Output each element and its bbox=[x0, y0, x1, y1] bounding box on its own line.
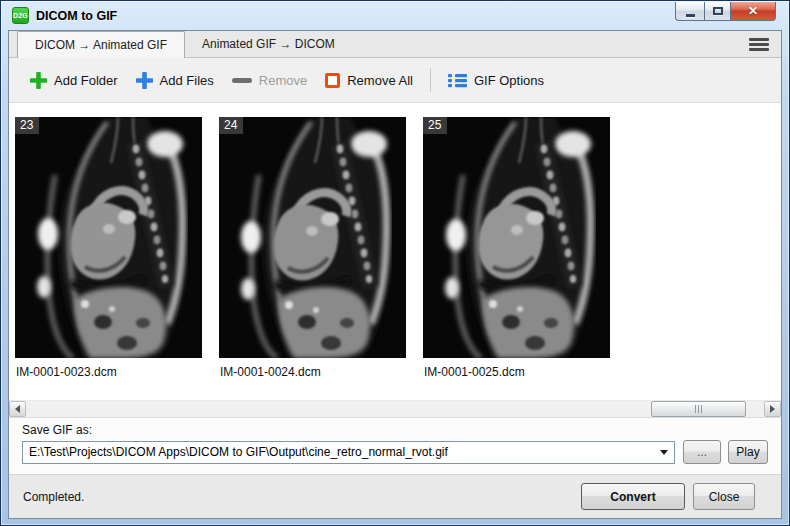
save-section: Save GIF as: ... Play bbox=[9, 417, 781, 474]
titlebar: D2G DICOM to GIF bbox=[1, 1, 789, 30]
scrollbar-thumb[interactable] bbox=[651, 401, 746, 417]
square-icon bbox=[325, 73, 340, 88]
tab-gif-to-dicom[interactable]: Animated GIF → DICOM bbox=[185, 31, 352, 57]
thumbnail-filename: IM-0001-0024.dcm bbox=[219, 365, 406, 379]
add-files-button[interactable]: Add Files bbox=[127, 67, 223, 94]
gif-options-label: GIF Options bbox=[474, 73, 544, 88]
gif-options-button[interactable]: GIF Options bbox=[439, 68, 553, 93]
horizontal-scrollbar[interactable] bbox=[9, 400, 781, 417]
mri-image bbox=[219, 117, 406, 358]
scroll-left-button[interactable] bbox=[9, 401, 26, 417]
combobox-dropdown-button[interactable] bbox=[654, 442, 674, 463]
convert-button[interactable]: Convert bbox=[581, 483, 685, 510]
scrollbar-track[interactable] bbox=[26, 401, 764, 417]
app-icon: D2G bbox=[12, 7, 29, 24]
client-area: DICOM → Animated GIF Animated GIF → DICO… bbox=[8, 30, 782, 519]
list-item: 25 IM-0001-0025.dcm bbox=[423, 117, 610, 379]
list-item: 23 IM-0001-0023.dcm bbox=[15, 117, 202, 379]
mri-image bbox=[15, 117, 202, 358]
toolbar: Add Folder Add Files Remove Remove All bbox=[9, 58, 781, 103]
minimize-button[interactable] bbox=[675, 2, 704, 21]
remove-all-button[interactable]: Remove All bbox=[316, 68, 422, 93]
thumbnail-filename: IM-0001-0023.dcm bbox=[15, 365, 202, 379]
frame-number-badge: 24 bbox=[219, 117, 243, 134]
maximize-button[interactable] bbox=[704, 2, 731, 21]
remove-label: Remove bbox=[259, 73, 307, 88]
add-folder-button[interactable]: Add Folder bbox=[21, 67, 127, 94]
arrow-right-icon bbox=[770, 405, 775, 413]
play-button[interactable]: Play bbox=[728, 440, 768, 464]
minus-icon bbox=[232, 78, 252, 83]
status-message: Completed. bbox=[23, 490, 581, 504]
window-title: DICOM to GIF bbox=[36, 9, 117, 23]
close-window-button[interactable]: ✕ bbox=[731, 2, 776, 21]
window-controls: ✕ bbox=[675, 2, 776, 21]
save-path-input[interactable] bbox=[23, 442, 654, 463]
dicom-thumbnail-image[interactable]: 25 bbox=[423, 117, 610, 358]
dicom-thumbnail-image[interactable]: 24 bbox=[219, 117, 406, 358]
minimize-icon bbox=[686, 14, 695, 17]
remove-button: Remove bbox=[223, 68, 316, 93]
frame-number-badge: 23 bbox=[15, 117, 39, 134]
thumbnail-panel: 23 IM-0001-0023.dcm bbox=[9, 103, 781, 400]
mri-image bbox=[423, 117, 610, 358]
plus-icon bbox=[136, 72, 153, 89]
list-item: 24 IM-0001-0024.dcm bbox=[219, 117, 406, 379]
app-window: D2G DICOM to GIF ✕ DICOM → Animated GIF … bbox=[0, 0, 790, 526]
hamburger-menu-button[interactable] bbox=[745, 34, 773, 55]
arrow-left-icon bbox=[15, 405, 20, 413]
browse-button[interactable]: ... bbox=[683, 440, 721, 464]
close-button[interactable]: Close bbox=[693, 483, 755, 510]
chevron-down-icon bbox=[660, 450, 668, 455]
tab-dicom-to-gif[interactable]: DICOM → Animated GIF bbox=[17, 31, 185, 58]
maximize-icon bbox=[713, 7, 723, 15]
add-files-label: Add Files bbox=[160, 73, 214, 88]
thumbnail-filename: IM-0001-0025.dcm bbox=[423, 365, 610, 379]
save-path-combobox[interactable] bbox=[22, 441, 675, 464]
frame-number-badge: 25 bbox=[423, 117, 447, 134]
toolbar-separator bbox=[430, 68, 431, 92]
close-icon: ✕ bbox=[748, 5, 758, 17]
save-gif-label: Save GIF as: bbox=[22, 423, 768, 437]
plus-icon bbox=[30, 72, 47, 89]
list-icon bbox=[448, 73, 467, 88]
hamburger-icon bbox=[749, 38, 769, 41]
tab-bar: DICOM → Animated GIF Animated GIF → DICO… bbox=[9, 31, 781, 58]
add-folder-label: Add Folder bbox=[54, 73, 118, 88]
remove-all-label: Remove All bbox=[347, 73, 413, 88]
dicom-thumbnail-image[interactable]: 23 bbox=[15, 117, 202, 358]
status-bar: Completed. Convert Close bbox=[9, 474, 781, 518]
scroll-right-button[interactable] bbox=[764, 401, 781, 417]
